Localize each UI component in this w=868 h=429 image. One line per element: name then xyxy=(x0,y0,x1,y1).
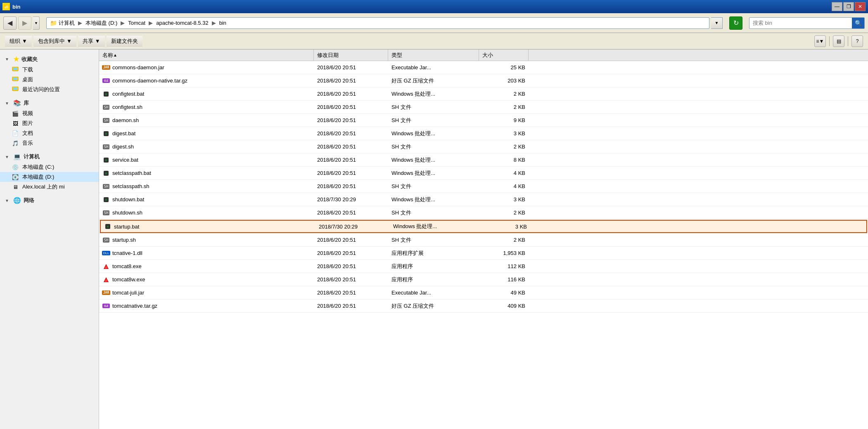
file-size: 112 KB xyxy=(479,262,529,270)
music-label: 音乐 xyxy=(22,139,33,147)
file-date: 2018/6/20 20:51 xyxy=(314,249,388,257)
table-row[interactable]: ⚛ shutdown.bat 2018/7/30 20:29 Windows 批… xyxy=(99,193,868,206)
table-row[interactable]: SH configtest.sh 2018/6/20 20:51 SH 文件 2… xyxy=(99,101,868,114)
sidebar-item-music[interactable]: 🎵 音乐 xyxy=(0,138,99,148)
table-row[interactable]: SH daemon.sh 2018/6/20 20:51 SH 文件 9 KB xyxy=(99,114,868,127)
file-size: 2 KB xyxy=(479,236,529,244)
sidebar-item-drive-d[interactable]: 💽 本地磁盘 (D:) xyxy=(0,172,99,182)
table-row[interactable]: DLL tcnative-1.dll 2018/6/20 20:51 应用程序扩… xyxy=(99,247,868,260)
file-date: 2018/6/20 20:51 xyxy=(314,143,388,151)
col-header-size[interactable]: 大小 xyxy=(479,50,529,61)
file-list-header: 名称 修改日期 类型 大小 xyxy=(99,50,868,61)
table-row[interactable]: GZ tomcatnative.tar.gz 2018/6/20 20:51 好… xyxy=(99,299,868,313)
favorites-label: 收藏夹 xyxy=(21,56,38,63)
favorites-toggle[interactable]: ▼ xyxy=(5,57,9,61)
table-row[interactable]: ⚛ configtest.bat 2018/6/20 20:51 Windows… xyxy=(99,87,868,101)
restore-button[interactable]: ❐ xyxy=(843,2,854,11)
col-header-name[interactable]: 名称 xyxy=(99,50,314,61)
file-icon-sh: SH xyxy=(102,209,110,217)
nav-dropdown[interactable]: ▼ xyxy=(33,16,40,30)
sidebar-item-video[interactable]: 🎬 视频 xyxy=(0,108,99,118)
file-date: 2018/6/20 20:51 xyxy=(314,302,388,310)
svg-rect-1 xyxy=(13,68,17,70)
table-row[interactable]: ⚛ startup.bat 2018/7/30 20:29 Windows 批处… xyxy=(100,220,867,233)
file-size: 8 KB xyxy=(479,156,529,164)
address-dropdown[interactable]: ▼ xyxy=(711,17,723,29)
file-type: 应用程序 xyxy=(388,262,479,271)
search-button[interactable]: 🔍 xyxy=(852,17,864,29)
sidebar-item-recent[interactable]: 最近访问的位置 xyxy=(0,85,99,94)
sidebar-item-desktop[interactable]: 桌面 xyxy=(0,75,99,85)
table-row[interactable]: tomcat8.exe 2018/6/20 20:51 应用程序 112 KB xyxy=(99,260,868,273)
col-name-label: 名称 xyxy=(102,52,113,59)
file-icon-sh: SH xyxy=(102,183,110,190)
file-size: 203 KB xyxy=(479,77,529,85)
pane-button[interactable]: ▤ xyxy=(833,35,844,47)
share-button[interactable]: 共享 ▼ xyxy=(78,35,105,47)
file-icon-gz: GZ xyxy=(102,77,110,85)
table-row[interactable]: tomcat8w.exe 2018/6/20 20:51 应用程序 116 KB xyxy=(99,273,868,286)
forward-button[interactable]: ▶ xyxy=(18,16,31,30)
file-date: 2018/6/20 20:51 xyxy=(314,130,388,137)
sidebar-item-image[interactable]: 🖼 图片 xyxy=(0,118,99,128)
computer-icon: 💻 xyxy=(13,153,21,160)
table-row[interactable]: ⚛ service.bat 2018/6/20 20:51 Windows 批处… xyxy=(99,153,868,167)
file-icon-bat: ⚛ xyxy=(102,156,110,164)
view-options-button[interactable]: ≡▼ xyxy=(814,35,826,47)
organize-button[interactable]: 组织 ▼ xyxy=(5,35,32,47)
table-row[interactable]: SH startup.sh 2018/6/20 20:51 SH 文件 2 KB xyxy=(99,233,868,247)
toolbar-sep xyxy=(829,36,830,46)
back-button[interactable]: ◀ xyxy=(3,16,17,30)
main-container: ▼ ★ 收藏夹 下载 桌面 最近访问的位置 xyxy=(0,50,868,429)
file-type: SH 文件 xyxy=(388,103,479,112)
refresh-button[interactable]: ↻ xyxy=(729,16,742,30)
minimize-button[interactable]: — xyxy=(832,2,842,11)
library-toggle[interactable]: ▼ xyxy=(5,101,9,106)
file-list-container: 名称 修改日期 类型 大小 JAR commons-daemon.jar 201… xyxy=(99,50,868,429)
table-row[interactable]: SH setclasspath.sh 2018/6/20 20:51 SH 文件… xyxy=(99,180,868,193)
sidebar-item-network-drive[interactable]: 🖥 Alex.local 上的 mi xyxy=(0,182,99,192)
sidebar-item-download[interactable]: 下载 xyxy=(0,65,99,75)
sidebar-item-doc[interactable]: 📄 文档 xyxy=(0,128,99,138)
title-bar-buttons: — ❐ ✕ xyxy=(832,2,866,11)
search-input[interactable] xyxy=(749,20,852,26)
title-bar: 📁 bin — ❐ ✕ xyxy=(0,0,868,13)
computer-toggle[interactable]: ▼ xyxy=(5,155,9,159)
file-type: SH 文件 xyxy=(388,182,479,191)
file-icon-sh: SH xyxy=(102,104,110,111)
doc-icon: 📄 xyxy=(12,130,19,137)
col-header-type[interactable]: 类型 xyxy=(388,50,479,61)
table-row[interactable]: GZ commons-daemon-native.tar.gz 2018/6/2… xyxy=(99,74,868,87)
file-size: 3 KB xyxy=(481,223,530,231)
file-size: 49 KB xyxy=(479,289,529,297)
file-date: 2018/6/20 20:51 xyxy=(314,289,388,297)
file-date: 2018/6/20 20:51 xyxy=(314,90,388,98)
file-icon-bat: ⚛ xyxy=(102,196,110,203)
file-name: ⚛ configtest.bat xyxy=(99,90,314,99)
computer-header: ▼ 💻 计算机 xyxy=(0,151,99,162)
breadcrumb-sep-2: ▶ xyxy=(121,20,125,26)
new-folder-button[interactable]: 新建文件夹 xyxy=(107,35,142,47)
table-row[interactable]: JAR tomcat-juli.jar 2018/6/20 20:51 Exec… xyxy=(99,286,868,299)
close-button[interactable]: ✕ xyxy=(855,2,866,11)
favorites-header: ▼ ★ 收藏夹 xyxy=(0,54,99,65)
path-segment-4: apache-tomcat-8.5.32 xyxy=(156,20,208,26)
table-row[interactable]: SH digest.sh 2018/6/20 20:51 SH 文件 2 KB xyxy=(99,140,868,153)
include-lib-button[interactable]: 包含到库中 ▼ xyxy=(33,35,76,47)
table-row[interactable]: JAR commons-daemon.jar 2018/6/20 20:51 E… xyxy=(99,61,868,74)
table-row[interactable]: SH shutdown.sh 2018/6/20 20:51 SH 文件 2 K… xyxy=(99,206,868,219)
file-type: Windows 批处理... xyxy=(388,195,479,204)
file-size: 2 KB xyxy=(479,90,529,98)
network-drive-icon: 🖥 xyxy=(12,184,19,190)
path-segment-2: 本地磁盘 (D:) xyxy=(85,19,117,27)
table-row[interactable]: ⚛ digest.bat 2018/6/20 20:51 Windows 批处理… xyxy=(99,127,868,140)
music-icon: 🎵 xyxy=(12,140,19,146)
sidebar-item-drive-c[interactable]: 💿 本地磁盘 (C:) xyxy=(0,162,99,172)
file-type: Windows 批处理... xyxy=(388,129,479,138)
col-header-date[interactable]: 修改日期 xyxy=(314,50,388,61)
file-size: 9 KB xyxy=(479,116,529,124)
network-toggle[interactable]: ▼ xyxy=(5,198,9,203)
help-button[interactable]: ? xyxy=(851,35,863,47)
file-date: 2018/6/20 20:51 xyxy=(314,116,388,124)
table-row[interactable]: ⚛ setclasspath.bat 2018/6/20 20:51 Windo… xyxy=(99,167,868,180)
